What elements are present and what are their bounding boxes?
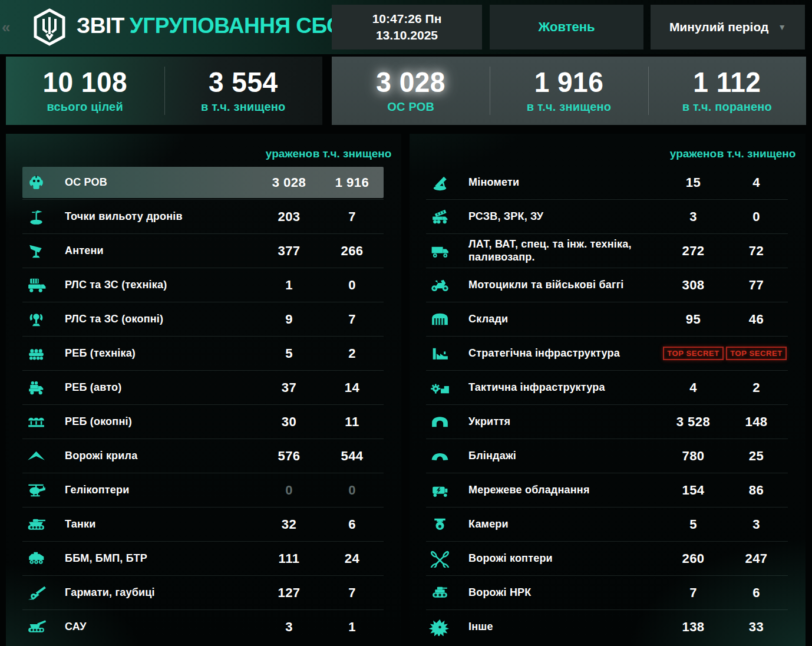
table-row[interactable]: Ворожі крила576544 bbox=[22, 439, 384, 473]
enemy-wing-icon bbox=[22, 447, 58, 465]
table-row[interactable]: Ворожі коптери260247 bbox=[426, 542, 788, 575]
table-row[interactable]: РЛС та ЗС (техніка)10 bbox=[22, 268, 384, 302]
hit-count: 5 bbox=[689, 517, 697, 532]
row-label: Ворожі коптери bbox=[461, 552, 662, 565]
row-label: Ворожі НРК bbox=[461, 586, 662, 599]
destroyed-count: 0 bbox=[348, 483, 356, 498]
table-row[interactable]: САУ31 bbox=[22, 610, 384, 644]
period-dropdown[interactable]: Минулий період ▼ bbox=[651, 5, 805, 50]
chevron-down-icon: ▼ bbox=[778, 23, 786, 31]
factory-icon bbox=[426, 344, 461, 362]
table-row[interactable]: РЕБ (техніка)52 bbox=[22, 337, 384, 370]
stat-value: 1 112 bbox=[693, 67, 761, 96]
hit-count: 4 bbox=[689, 380, 697, 395]
table-row[interactable]: Бліндажі78025 bbox=[426, 439, 788, 473]
destroyed-count: 7 bbox=[348, 312, 356, 327]
summary-card-os-rov[interactable]: 3 028 ОС РОВ 1 916 в т.ч. знищено 1 112 … bbox=[332, 57, 806, 125]
destroyed-count: 86 bbox=[749, 483, 764, 498]
table-row[interactable]: Танки326 bbox=[22, 507, 384, 541]
hit-count: 15 bbox=[686, 175, 701, 190]
column-header-destroyed: в т.ч. знищено bbox=[717, 147, 796, 160]
warehouse-icon bbox=[426, 310, 461, 328]
hit-count: 3 bbox=[689, 209, 697, 225]
row-label: Тактична інфраструктура bbox=[461, 381, 662, 394]
row-label: Стратегічна інфраструктура bbox=[461, 347, 662, 360]
row-label: ЛАТ, ВАТ, спец. та інж. техніка, паливоз… bbox=[461, 238, 662, 263]
enemy-copter-icon bbox=[426, 549, 461, 568]
stat-os-rov: 3 028 ОС РОВ bbox=[332, 57, 490, 125]
table-row[interactable]: Склади9546 bbox=[426, 302, 788, 336]
table-row[interactable]: Укриття3 528148 bbox=[426, 405, 788, 439]
hit-count: 576 bbox=[278, 449, 300, 464]
stat-value: 10 108 bbox=[42, 67, 127, 96]
hit-count: 9 bbox=[285, 312, 293, 327]
top-secret-stamp: TOP SECRET bbox=[726, 347, 787, 360]
clock-date: 13.10.2025 bbox=[376, 27, 438, 44]
stat-label: всього цілей bbox=[47, 100, 123, 114]
destroyed-count: 266 bbox=[341, 243, 363, 259]
column-header-hit: уражено bbox=[670, 147, 717, 160]
stat-label: ОС РОВ bbox=[387, 100, 434, 114]
row-label: ОС РОВ bbox=[58, 176, 258, 189]
table-row[interactable]: Ворожі НРК76 bbox=[426, 576, 788, 609]
table-row[interactable]: Мережеве обладнання15486 bbox=[426, 473, 788, 507]
collapse-chevron-icon[interactable]: « bbox=[2, 19, 10, 35]
gear-building-icon bbox=[426, 378, 461, 397]
destroyed-count: 7 bbox=[348, 209, 356, 225]
row-label: Антени bbox=[58, 245, 258, 258]
table-row[interactable]: РЕБ (окопні)3011 bbox=[22, 405, 384, 439]
table-row[interactable]: ЛАТ, ВАТ, спец. та інж. техніка, паливоз… bbox=[426, 234, 788, 268]
row-label: Мотоцикли та військові баггі bbox=[461, 279, 662, 292]
page-title: ЗВІТУГРУПОВАННЯ СБС bbox=[77, 14, 342, 38]
antenna-icon bbox=[22, 242, 58, 260]
row-label: РЛС та ЗС (техніка) bbox=[58, 279, 258, 292]
truck-icon bbox=[426, 242, 461, 260]
row-label: Ворожі крила bbox=[58, 450, 258, 463]
table-row[interactable]: ББМ, БМП, БТР11124 bbox=[22, 542, 384, 575]
row-label: Точки вильоту дронів bbox=[58, 210, 258, 223]
hit-count: 37 bbox=[282, 380, 296, 395]
stat-os-rov-wounded: 1 112 в т.ч. поранено bbox=[648, 57, 806, 125]
table-row[interactable]: Камери53 bbox=[426, 507, 788, 541]
clock-time: 10:47:26 Пн bbox=[372, 11, 442, 27]
hit-count: 138 bbox=[682, 619, 704, 635]
destroyed-count: 2 bbox=[348, 346, 356, 361]
tank-icon bbox=[22, 515, 58, 533]
table-row[interactable]: Мотоцикли та військові баггі30877 bbox=[426, 268, 788, 302]
mortar-icon bbox=[426, 173, 461, 192]
destroyed-count: 148 bbox=[745, 414, 767, 430]
hit-count: 3 bbox=[285, 619, 293, 635]
destroyed-count: 7 bbox=[348, 585, 356, 601]
table-row[interactable]: ОС РОВ3 0281 916 bbox=[22, 167, 384, 198]
destroyed-count: 6 bbox=[752, 585, 760, 601]
table-row[interactable]: Міномети154 bbox=[426, 166, 788, 199]
destroyed-count: 46 bbox=[749, 312, 764, 327]
motorcycle-icon bbox=[426, 276, 461, 294]
destroyed-count: 11 bbox=[345, 414, 359, 430]
table-row[interactable]: Гелікоптери00 bbox=[22, 473, 384, 507]
generator-icon bbox=[426, 481, 461, 499]
table-row[interactable]: РЛС та ЗС (окопні)97 bbox=[22, 302, 384, 336]
table-row[interactable]: РЕБ (авто)3714 bbox=[22, 371, 384, 404]
table-row[interactable]: Антени377266 bbox=[22, 234, 384, 268]
row-label: Інше bbox=[461, 621, 662, 634]
row-label: Укриття bbox=[461, 416, 662, 429]
hit-count: 308 bbox=[682, 278, 704, 293]
hit-count: 3 528 bbox=[676, 414, 711, 430]
howitzer-icon bbox=[22, 584, 58, 602]
shelter-icon bbox=[426, 413, 461, 431]
row-label: Склади bbox=[461, 313, 662, 326]
row-label: РЕБ (авто) bbox=[58, 381, 258, 394]
hit-count: 1 bbox=[285, 278, 293, 293]
month-button[interactable]: Жовтень bbox=[490, 5, 643, 50]
table-row[interactable]: РСЗВ, ЗРК, ЗУ30 bbox=[426, 200, 788, 233]
destroyed-count: 247 bbox=[745, 551, 767, 566]
table-row[interactable]: Тактична інфраструктура42 bbox=[426, 371, 788, 404]
stat-total-destroyed: 3 554 в т.ч. знищено bbox=[164, 57, 323, 125]
table-row[interactable]: Точки вильоту дронів2037 bbox=[22, 200, 384, 233]
hit-count: 260 bbox=[682, 551, 704, 566]
camera-icon bbox=[426, 515, 461, 533]
table-row[interactable]: Гармати, гаубиці1277 bbox=[22, 576, 384, 609]
table-row[interactable]: Інше13833 bbox=[426, 610, 788, 644]
table-row[interactable]: Стратегічна інфраструктураTOP SECRETTOP … bbox=[426, 337, 788, 370]
